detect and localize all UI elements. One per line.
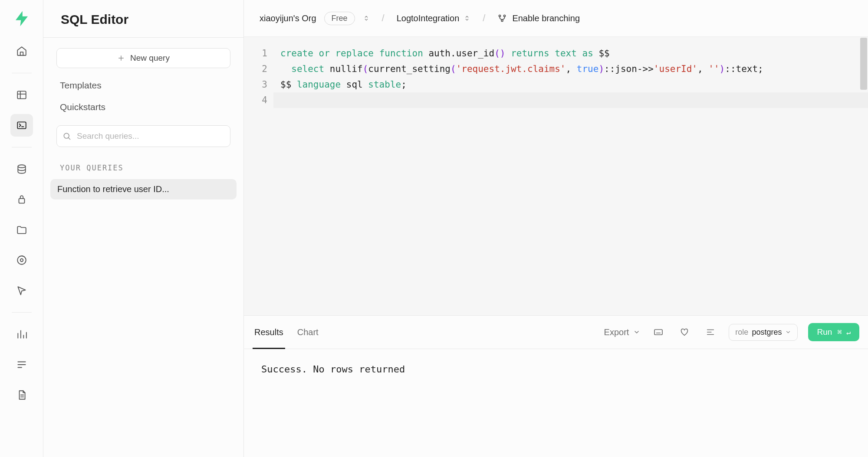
format-button[interactable] xyxy=(703,324,718,340)
your-queries-header: YOUR QUERIES xyxy=(54,153,233,173)
svg-rect-3 xyxy=(19,199,24,203)
code-line: $$ language sql stable; xyxy=(280,77,858,92)
chevron-down-icon xyxy=(785,329,791,335)
rail-separator xyxy=(12,312,32,313)
nav-storage[interactable] xyxy=(10,219,33,241)
role-selector[interactable]: role postgres xyxy=(729,324,798,341)
svg-point-5 xyxy=(20,259,23,262)
svg-rect-1 xyxy=(17,122,26,128)
rail-separator xyxy=(12,73,32,73)
sidebar-link-templates[interactable]: Templates xyxy=(54,78,233,93)
nav-realtime[interactable] xyxy=(10,279,33,302)
plus-icon xyxy=(117,54,125,62)
new-query-label: New query xyxy=(130,53,170,63)
nav-home[interactable] xyxy=(10,40,33,62)
project-name: LogtoIntegration xyxy=(397,13,460,23)
run-kbd-hint: ⌘ ↵ xyxy=(837,328,851,336)
org-selector[interactable]: xiaoyijun's Org xyxy=(260,13,316,23)
icon-rail xyxy=(0,0,43,457)
rail-separator xyxy=(12,147,32,147)
logo-icon xyxy=(13,10,31,28)
tab-chart[interactable]: Chart xyxy=(296,316,320,349)
results-message: Success. No rows returned xyxy=(261,364,405,375)
code-line: create or replace function auth.user_id(… xyxy=(280,46,858,61)
breadcrumb-separator: / xyxy=(378,13,389,24)
sidebar-link-quickstarts[interactable]: Quickstarts xyxy=(54,99,233,115)
plan-badge: Free xyxy=(324,12,355,25)
code-area[interactable]: create or replace function auth.user_id(… xyxy=(273,37,868,315)
keyboard-shortcuts-button[interactable] xyxy=(651,324,666,340)
enable-branching-button[interactable]: Enable branching xyxy=(497,13,580,23)
run-button[interactable]: Run ⌘ ↵ xyxy=(808,323,859,341)
nav-database[interactable] xyxy=(10,158,33,180)
nav-reports[interactable] xyxy=(10,323,33,346)
svg-rect-10 xyxy=(654,330,662,335)
line-number-gutter: 1234 xyxy=(244,37,273,315)
org-selector-chevron-icon[interactable] xyxy=(363,14,370,23)
breadcrumb-separator: / xyxy=(478,13,490,24)
branching-label: Enable branching xyxy=(512,13,580,23)
role-value: postgres xyxy=(752,328,782,337)
svg-rect-0 xyxy=(17,91,26,98)
results-toolbar: Results Chart Export role postgres Run ⌘… xyxy=(244,315,868,349)
branch-icon xyxy=(497,13,507,23)
heart-icon xyxy=(680,327,689,337)
main-area: xiaoyijun's Org Free / LogtoIntegration … xyxy=(244,0,868,457)
favorite-button[interactable] xyxy=(677,324,692,340)
svg-point-4 xyxy=(17,256,26,264)
page-title: SQL Editor xyxy=(43,0,243,38)
nav-auth[interactable] xyxy=(10,188,33,211)
line-number: 2 xyxy=(244,61,267,77)
new-query-button[interactable]: New query xyxy=(56,48,230,68)
editor-scrollbar[interactable] xyxy=(860,38,867,90)
chevron-down-icon xyxy=(633,329,640,336)
search-icon xyxy=(62,132,71,140)
line-number: 1 xyxy=(244,46,267,61)
project-selector-chevron-icon xyxy=(464,14,470,23)
tab-results[interactable]: Results xyxy=(253,316,285,349)
role-prefix: role xyxy=(735,328,748,337)
nav-api-docs[interactable] xyxy=(10,384,33,406)
sidebar-panel: SQL Editor New query Templates Quickstar… xyxy=(43,0,244,457)
code-line: select nullif(current_setting('request.j… xyxy=(280,61,858,77)
keyboard-icon xyxy=(653,327,664,337)
export-button[interactable]: Export xyxy=(604,327,641,337)
code-editor[interactable]: 1234 create or replace function auth.use… xyxy=(244,36,868,315)
saved-query-item[interactable]: Function to retrieve user ID... xyxy=(50,179,237,199)
results-output: Success. No rows returned xyxy=(244,349,868,457)
nav-edge-functions[interactable] xyxy=(10,249,33,271)
nav-logs[interactable] xyxy=(10,353,33,376)
org-name: xiaoyijun's Org xyxy=(260,13,316,23)
line-number: 3 xyxy=(244,77,267,92)
search-queries-input[interactable] xyxy=(56,125,230,147)
nav-sql-editor[interactable] xyxy=(10,114,33,137)
export-label: Export xyxy=(604,327,629,337)
run-label: Run xyxy=(817,327,832,337)
line-number: 4 xyxy=(244,92,267,108)
nav-table-editor[interactable] xyxy=(10,84,33,106)
topbar: xiaoyijun's Org Free / LogtoIntegration … xyxy=(244,0,868,36)
code-line xyxy=(280,92,858,108)
align-left-icon xyxy=(706,327,715,337)
svg-point-2 xyxy=(18,165,25,168)
project-selector[interactable]: LogtoIntegration xyxy=(397,13,471,23)
